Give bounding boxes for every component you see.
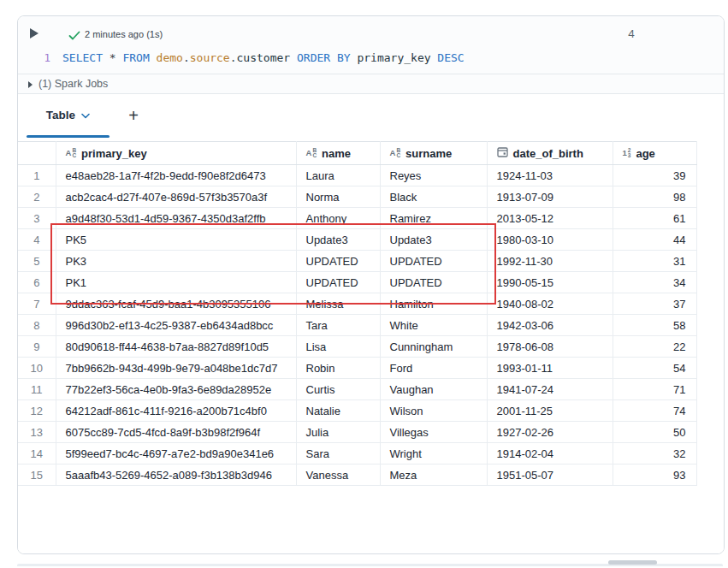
table-cell-date-of-birth[interactable]: 1940-08-02 [487,293,613,315]
table-cell-primary-key[interactable]: 6075cc89-7cd5-4fcd-8a9f-b3b98f2f964f [56,422,296,443]
add-visualization-button[interactable]: + [121,103,146,128]
row-number-cell: 1 [18,165,56,186]
table-cell-surname[interactable]: Meza [380,464,487,486]
table-cell-surname[interactable]: Ramirez [380,208,487,229]
table-cell-name[interactable]: Update3 [296,229,380,251]
table-cell-age[interactable]: 71 [613,379,696,400]
table-cell-primary-key[interactable]: a9d48f30-53d1-4d59-9367-4350d3af2ffb [56,208,296,229]
run-cell-button[interactable] [30,28,38,38]
table-cell-surname[interactable]: Update3 [380,229,487,251]
table-cell-primary-key[interactable]: 5aaafb43-5269-4652-a089-f3b138b3d946 [56,464,296,486]
table-cell-surname[interactable]: UPDATED [380,272,487,293]
code-token-schema: demo [157,51,183,64]
table-cell-primary-key[interactable]: acb2cac4-d27f-407e-869d-57f3b3570a3f [56,186,296,208]
table-cell-name[interactable]: Lisa [296,336,380,358]
spark-jobs-expander[interactable]: (1) Spark Jobs [18,74,724,94]
table-cell-surname[interactable]: Wilson [380,400,487,422]
table-cell-name[interactable]: Vanessa [296,464,380,486]
code-line[interactable]: SELECT * FROM demo.source.customer ORDER… [62,49,465,68]
last-run-status: 2 minutes ago (1s) [85,28,163,40]
table-cell-name[interactable]: UPDATED [296,251,380,272]
table-cell-name[interactable]: Melissa [296,293,380,315]
table-cell-date-of-birth[interactable]: 1942-03-06 [487,315,613,336]
column-header-name[interactable]: ABC name [296,142,380,165]
table-cell-name[interactable]: Robin [296,358,380,379]
table-cell-date-of-birth[interactable]: 2001-11-25 [487,400,613,422]
table-cell-name[interactable]: Curtis [296,379,380,400]
table-cell-surname[interactable]: Villegas [380,422,487,443]
table-cell-age[interactable]: 54 [613,358,696,379]
table-cell-primary-key[interactable]: PK3 [56,251,296,272]
table-cell-date-of-birth[interactable]: 1951-05-07 [487,464,613,486]
table-cell-primary-key[interactable]: e48aeb28-1a7f-4f2b-9edd-f90e8f2d6473 [56,165,296,186]
table-row: 107bb9662b-943d-499b-9e79-a048be1dc7d7Ro… [18,358,696,379]
table-cell-name[interactable]: Natalie [296,400,380,422]
table-cell-age[interactable]: 39 [613,165,696,186]
table-cell-date-of-birth[interactable]: 1927-02-26 [487,422,613,443]
table-cell-date-of-birth[interactable]: 1992-11-30 [487,251,613,272]
table-cell-surname[interactable]: Black [380,186,487,208]
table-row: 1e48aeb28-1a7f-4f2b-9edd-f90e8f2d6473Lau… [18,165,696,186]
table-cell-age[interactable]: 93 [613,464,696,486]
table-cell-date-of-birth[interactable]: 1980-03-10 [487,229,613,251]
tab-table[interactable]: Table [27,94,109,135]
table-cell-name[interactable]: Norma [296,186,380,208]
table-cell-age[interactable]: 74 [613,400,696,422]
table-cell-age[interactable]: 22 [613,336,696,358]
table-cell-name[interactable]: Julia [296,422,380,443]
table-cell-surname[interactable]: Ford [380,358,487,379]
table-cell-surname[interactable]: Cunningham [380,336,487,358]
table-cell-primary-key[interactable]: 996d30b2-ef13-4c25-9387-eb6434ad8bcc [56,315,296,336]
table-cell-name[interactable]: Anthony [296,208,380,229]
table-cell-date-of-birth[interactable]: 1993-01-11 [487,358,613,379]
table-cell-surname[interactable]: Reyes [380,165,487,186]
table-cell-primary-key[interactable]: 80d90618-ff44-4638-b7aa-8827d89f10d5 [56,336,296,358]
table-cell-name[interactable]: Laura [296,165,380,186]
table-cell-age[interactable]: 44 [613,229,696,251]
table-cell-age[interactable]: 37 [613,293,696,315]
table-cell-age[interactable]: 50 [613,422,696,443]
table-cell-surname[interactable]: UPDATED [380,251,487,272]
table-cell-primary-key[interactable]: 5f99eed7-bc4c-4697-a7e2-bd9a90e341e6 [56,443,296,464]
table-cell-age[interactable]: 34 [613,272,696,293]
table-cell-date-of-birth[interactable]: 1990-05-15 [487,272,613,293]
table-cell-age[interactable]: 61 [613,208,696,229]
table-cell-primary-key[interactable]: 7bb9662b-943d-499b-9e79-a048be1dc7d7 [56,358,296,379]
table-cell-name[interactable]: Sara [296,443,380,464]
code-token-keyword: ORDER BY [297,51,351,64]
code-token-plain [150,51,157,64]
table-cell-age[interactable]: 58 [613,315,696,336]
table-cell-age[interactable]: 98 [613,186,696,208]
table-cell-primary-key[interactable]: PK5 [56,229,296,251]
column-header-age[interactable]: 123 age [613,142,696,165]
row-number-cell: 11 [18,379,56,400]
table-cell-surname[interactable]: Hamilton [380,293,487,315]
table-cell-name[interactable]: UPDATED [296,272,380,293]
table-cell-primary-key[interactable]: 9ddac363-fcaf-45d9-baa1-4b3095355106 [56,293,296,315]
table-cell-name[interactable]: Tara [296,315,380,336]
table-cell-primary-key[interactable]: 64212adf-861c-411f-9216-a200b71c4bf0 [56,400,296,422]
code-line-number: 1 [35,49,50,68]
table-cell-date-of-birth[interactable]: 1924-11-03 [487,165,613,186]
code-token-plain: . [230,51,237,64]
table-cell-primary-key[interactable]: 77b22ef3-56ca-4e0b-9fa3-6e89da28952e [56,379,296,400]
column-header-surname[interactable]: ABC surname [380,142,487,165]
table-row: 145f99eed7-bc4c-4697-a7e2-bd9a90e341e6Sa… [18,443,696,464]
table-cell-surname[interactable]: White [380,315,487,336]
table-cell-surname[interactable]: Wright [380,443,487,464]
table-cell-surname[interactable]: Vaughan [380,379,487,400]
table-cell-primary-key[interactable]: PK1 [56,272,296,293]
code-token-plain [103,51,109,64]
column-header-date-of-birth[interactable]: date_of_birth [487,142,613,165]
table-cell-date-of-birth[interactable]: 1914-02-04 [487,443,613,464]
table-cell-age[interactable]: 31 [613,251,696,272]
table-cell-date-of-birth[interactable]: 2013-05-12 [487,208,613,229]
table-cell-date-of-birth[interactable]: 1913-07-09 [487,186,613,208]
table-cell-age[interactable]: 32 [613,443,696,464]
column-label: surname [405,147,452,160]
column-header-primary-key[interactable]: ABC primary_key [56,142,296,165]
horizontal-scrollbar-thumb[interactable] [608,560,657,565]
table-cell-date-of-birth[interactable]: 1941-07-24 [487,379,613,400]
string-type-icon: ABC [306,148,317,158]
table-cell-date-of-birth[interactable]: 1978-06-08 [487,336,613,358]
